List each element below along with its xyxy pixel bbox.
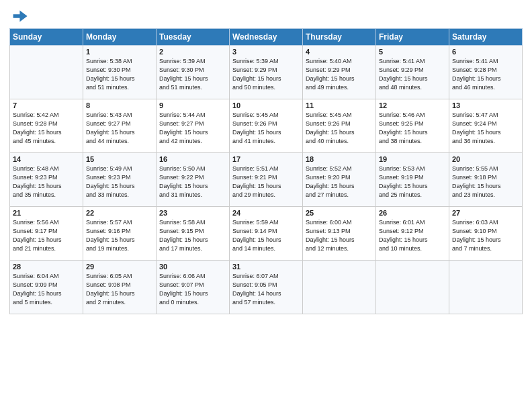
day-number: 29 xyxy=(86,263,153,271)
calendar-cell: 30Sunrise: 6:06 AMSunset: 9:07 PMDayligh… xyxy=(157,261,230,314)
day-number: 20 xyxy=(452,155,519,163)
calendar-cell: 31Sunrise: 6:07 AMSunset: 9:05 PMDayligh… xyxy=(230,261,303,314)
svg-marker-0 xyxy=(13,11,28,22)
day-number: 9 xyxy=(159,101,226,109)
cell-content: Sunrise: 5:52 AMSunset: 9:20 PMDaylight:… xyxy=(306,165,373,199)
cell-content: Sunrise: 6:05 AMSunset: 9:08 PMDaylight:… xyxy=(86,272,153,307)
calendar-week-5: 28Sunrise: 6:04 AMSunset: 9:09 PMDayligh… xyxy=(10,261,523,314)
day-number: 30 xyxy=(159,263,226,271)
weekday-header-monday: Monday xyxy=(83,29,157,46)
cell-content: Sunrise: 5:41 AMSunset: 9:28 PMDaylight:… xyxy=(452,57,519,92)
day-number: 22 xyxy=(86,209,153,217)
page-container: SundayMondayTuesdayWednesdayThursdayFrid… xyxy=(0,0,532,321)
calendar-cell: 27Sunrise: 6:03 AMSunset: 9:10 PMDayligh… xyxy=(449,207,523,261)
cell-content: Sunrise: 5:53 AMSunset: 9:19 PMDaylight:… xyxy=(379,165,446,199)
calendar-cell: 10Sunrise: 5:45 AMSunset: 9:26 PMDayligh… xyxy=(230,99,303,153)
cell-content: Sunrise: 5:38 AMSunset: 9:30 PMDaylight:… xyxy=(86,57,153,92)
day-number: 8 xyxy=(86,101,153,109)
cell-content: Sunrise: 5:50 AMSunset: 9:22 PMDaylight:… xyxy=(159,165,226,199)
day-number: 5 xyxy=(379,48,446,56)
cell-content: Sunrise: 5:39 AMSunset: 9:30 PMDaylight:… xyxy=(159,57,226,92)
day-number: 11 xyxy=(306,101,373,109)
day-number: 15 xyxy=(86,155,153,163)
calendar-cell: 19Sunrise: 5:53 AMSunset: 9:19 PMDayligh… xyxy=(376,153,449,207)
weekday-header-wednesday: Wednesday xyxy=(230,29,303,46)
cell-content: Sunrise: 5:41 AMSunset: 9:29 PMDaylight:… xyxy=(379,57,446,92)
day-number: 21 xyxy=(13,209,80,217)
calendar-cell: 15Sunrise: 5:49 AMSunset: 9:23 PMDayligh… xyxy=(83,153,157,207)
calendar-cell: 26Sunrise: 6:01 AMSunset: 9:12 PMDayligh… xyxy=(376,207,449,261)
day-number: 12 xyxy=(379,101,446,109)
day-number: 1 xyxy=(86,48,153,56)
day-number: 24 xyxy=(232,209,300,217)
weekday-header-tuesday: Tuesday xyxy=(157,29,230,46)
day-number: 14 xyxy=(13,155,80,163)
calendar-cell: 5Sunrise: 5:41 AMSunset: 9:29 PMDaylight… xyxy=(376,46,449,99)
day-number: 2 xyxy=(159,48,226,56)
cell-content: Sunrise: 5:43 AMSunset: 9:27 PMDaylight:… xyxy=(86,111,153,146)
logo-icon xyxy=(9,7,28,26)
cell-content: Sunrise: 5:49 AMSunset: 9:23 PMDaylight:… xyxy=(86,165,153,199)
calendar-cell: 9Sunrise: 5:44 AMSunset: 9:27 PMDaylight… xyxy=(157,99,230,153)
calendar-cell: 6Sunrise: 5:41 AMSunset: 9:28 PMDaylight… xyxy=(449,46,523,99)
cell-content: Sunrise: 5:56 AMSunset: 9:17 PMDaylight:… xyxy=(13,218,80,253)
calendar-week-3: 14Sunrise: 5:48 AMSunset: 9:23 PMDayligh… xyxy=(10,153,523,207)
calendar-cell: 20Sunrise: 5:55 AMSunset: 9:18 PMDayligh… xyxy=(449,153,523,207)
calendar-cell: 7Sunrise: 5:42 AMSunset: 9:28 PMDaylight… xyxy=(10,99,83,153)
weekday-header-row: SundayMondayTuesdayWednesdayThursdayFrid… xyxy=(10,29,523,46)
day-number: 7 xyxy=(13,101,80,109)
day-number: 25 xyxy=(306,209,373,217)
cell-content: Sunrise: 5:40 AMSunset: 9:29 PMDaylight:… xyxy=(306,57,373,92)
calendar-cell: 17Sunrise: 5:51 AMSunset: 9:21 PMDayligh… xyxy=(230,153,303,207)
calendar-cell: 18Sunrise: 5:52 AMSunset: 9:20 PMDayligh… xyxy=(303,153,376,207)
cell-content: Sunrise: 6:07 AMSunset: 9:05 PMDaylight:… xyxy=(232,272,300,307)
weekday-header-sunday: Sunday xyxy=(10,29,83,46)
day-number: 31 xyxy=(232,263,300,271)
day-number: 17 xyxy=(232,155,300,163)
cell-content: Sunrise: 5:39 AMSunset: 9:29 PMDaylight:… xyxy=(232,57,300,92)
calendar-cell: 1Sunrise: 5:38 AMSunset: 9:30 PMDaylight… xyxy=(83,46,157,99)
day-number: 10 xyxy=(232,101,300,109)
weekday-header-thursday: Thursday xyxy=(303,29,376,46)
cell-content: Sunrise: 6:03 AMSunset: 9:10 PMDaylight:… xyxy=(452,218,519,253)
calendar-cell xyxy=(10,46,83,99)
calendar-cell xyxy=(303,261,376,314)
cell-content: Sunrise: 5:59 AMSunset: 9:14 PMDaylight:… xyxy=(232,218,300,253)
calendar-cell: 25Sunrise: 6:00 AMSunset: 9:13 PMDayligh… xyxy=(303,207,376,261)
cell-content: Sunrise: 6:01 AMSunset: 9:12 PMDaylight:… xyxy=(379,218,446,253)
cell-content: Sunrise: 5:55 AMSunset: 9:18 PMDaylight:… xyxy=(452,165,519,199)
calendar-cell: 3Sunrise: 5:39 AMSunset: 9:29 PMDaylight… xyxy=(230,46,303,99)
calendar-cell: 16Sunrise: 5:50 AMSunset: 9:22 PMDayligh… xyxy=(157,153,230,207)
calendar-cell: 21Sunrise: 5:56 AMSunset: 9:17 PMDayligh… xyxy=(10,207,83,261)
day-number: 27 xyxy=(452,209,519,217)
calendar-week-2: 7Sunrise: 5:42 AMSunset: 9:28 PMDaylight… xyxy=(10,99,523,153)
calendar-cell: 24Sunrise: 5:59 AMSunset: 9:14 PMDayligh… xyxy=(230,207,303,261)
weekday-header-saturday: Saturday xyxy=(449,29,523,46)
calendar-cell: 23Sunrise: 5:58 AMSunset: 9:15 PMDayligh… xyxy=(157,207,230,261)
cell-content: Sunrise: 5:48 AMSunset: 9:23 PMDaylight:… xyxy=(13,165,80,199)
calendar-cell: 13Sunrise: 5:47 AMSunset: 9:24 PMDayligh… xyxy=(449,99,523,153)
calendar-cell: 11Sunrise: 5:45 AMSunset: 9:26 PMDayligh… xyxy=(303,99,376,153)
logo xyxy=(9,9,30,26)
calendar-cell xyxy=(449,261,523,314)
cell-content: Sunrise: 5:57 AMSunset: 9:16 PMDaylight:… xyxy=(86,218,153,253)
calendar-cell: 8Sunrise: 5:43 AMSunset: 9:27 PMDaylight… xyxy=(83,99,157,153)
cell-content: Sunrise: 5:51 AMSunset: 9:21 PMDaylight:… xyxy=(232,165,300,199)
cell-content: Sunrise: 6:06 AMSunset: 9:07 PMDaylight:… xyxy=(159,272,226,307)
weekday-header-friday: Friday xyxy=(376,29,449,46)
calendar-cell: 12Sunrise: 5:46 AMSunset: 9:25 PMDayligh… xyxy=(376,99,449,153)
cell-content: Sunrise: 6:00 AMSunset: 9:13 PMDaylight:… xyxy=(306,218,373,253)
day-number: 23 xyxy=(159,209,226,217)
day-number: 26 xyxy=(379,209,446,217)
day-number: 16 xyxy=(159,155,226,163)
calendar-cell: 14Sunrise: 5:48 AMSunset: 9:23 PMDayligh… xyxy=(10,153,83,207)
cell-content: Sunrise: 5:58 AMSunset: 9:15 PMDaylight:… xyxy=(159,218,226,253)
calendar-cell: 2Sunrise: 5:39 AMSunset: 9:30 PMDaylight… xyxy=(157,46,230,99)
day-number: 18 xyxy=(306,155,373,163)
cell-content: Sunrise: 5:44 AMSunset: 9:27 PMDaylight:… xyxy=(159,111,226,146)
calendar-cell xyxy=(376,261,449,314)
calendar-cell: 28Sunrise: 6:04 AMSunset: 9:09 PMDayligh… xyxy=(10,261,83,314)
calendar-table: SundayMondayTuesdayWednesdayThursdayFrid… xyxy=(9,28,523,314)
calendar-cell: 29Sunrise: 6:05 AMSunset: 9:08 PMDayligh… xyxy=(83,261,157,314)
calendar-week-1: 1Sunrise: 5:38 AMSunset: 9:30 PMDaylight… xyxy=(10,46,523,99)
